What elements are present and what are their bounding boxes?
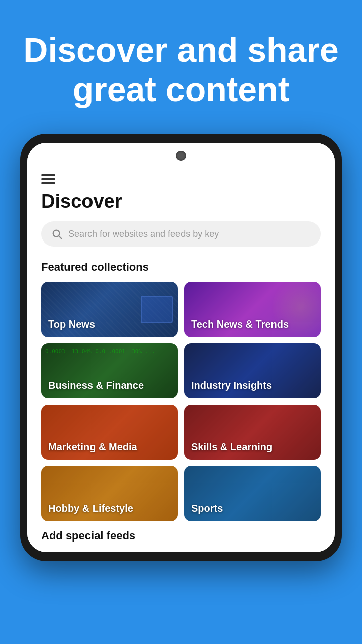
notch-bar [27, 143, 335, 169]
page-title: Discover [41, 191, 321, 212]
card-industry[interactable]: Industry Insights [184, 343, 321, 398]
card-label-hobby: Hobby & Lifestyle [48, 503, 171, 514]
card-hobby[interactable]: Hobby & Lifestyle [41, 466, 178, 521]
hero-section: Discover and share great content [0, 0, 362, 129]
card-label-marketing: Marketing & Media [48, 441, 171, 453]
card-top-news[interactable]: Top News [41, 282, 178, 337]
search-placeholder-text: Search for websites and feeds by key [68, 229, 219, 239]
phone-screen: Discover Search for websites and feeds b… [27, 143, 335, 552]
card-label-sports: Sports [191, 503, 314, 514]
card-label-business: Business & Finance [48, 380, 171, 391]
card-label-tech-news: Tech News & Trends [191, 318, 314, 330]
menu-button[interactable] [41, 169, 321, 191]
card-marketing[interactable]: Marketing & Media [41, 405, 178, 460]
app-content: Discover Search for websites and feeds b… [27, 169, 335, 552]
card-tech-news[interactable]: Tech News & Trends [184, 282, 321, 337]
hamburger-icon [41, 174, 55, 176]
phone-mockup: Discover Search for websites and feeds b… [20, 134, 342, 561]
add-special-feeds-heading: Add special feeds [41, 529, 321, 542]
card-sports[interactable]: Sports [184, 466, 321, 521]
phone-shell: Discover Search for websites and feeds b… [20, 134, 342, 561]
card-label-skills: Skills & Learning [191, 441, 314, 453]
cards-grid: Top News Tech News & Trends Business & F… [41, 282, 321, 521]
camera-dot [176, 151, 186, 161]
hero-title: Discover and share great content [20, 30, 342, 109]
hamburger-icon [41, 182, 55, 184]
card-skills[interactable]: Skills & Learning [184, 405, 321, 460]
featured-collections-heading: Featured collections [41, 261, 321, 274]
search-bar[interactable]: Search for websites and feeds by key [41, 221, 321, 247]
search-icon [51, 228, 62, 239]
card-business[interactable]: Business & Finance [41, 343, 178, 398]
card-label-industry: Industry Insights [191, 380, 314, 391]
hamburger-icon [41, 178, 55, 180]
card-label-top-news: Top News [48, 318, 171, 330]
svg-line-1 [59, 236, 61, 239]
